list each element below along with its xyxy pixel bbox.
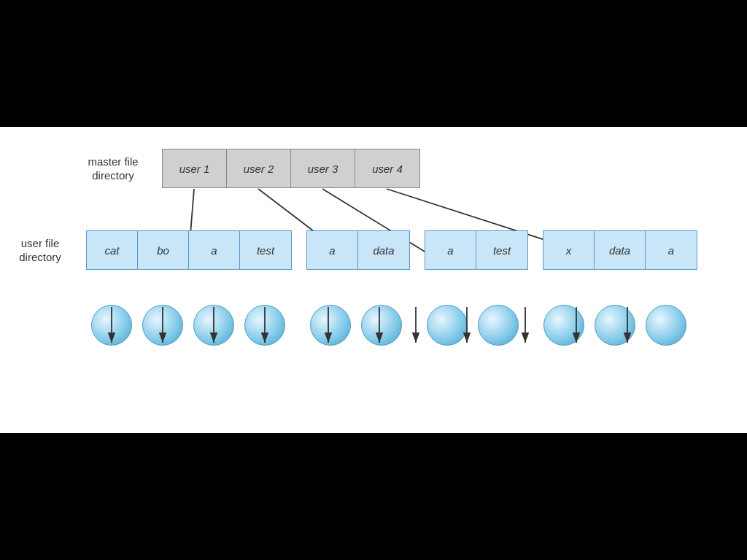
ufd-cell-data1: data [358,231,409,269]
mfd-cells: user 1 user 2 user 3 user 4 [162,149,420,188]
ufd-group-4: x data a [543,230,697,270]
ufd-group-2: a data [306,230,410,270]
ball-group-4 [538,305,692,346]
ufd-cell-x: x [543,231,595,269]
ball-2 [142,305,183,346]
diagram: master file directory user 1 user 2 user… [0,127,747,433]
ball-1 [91,305,132,346]
ball-group-1 [86,305,290,346]
ball-3 [193,305,234,346]
ball-8 [478,305,519,346]
ball-9 [543,305,584,346]
mfd-cell-user1: user 1 [163,149,227,187]
ufd-cell-data2: data [595,231,646,269]
ball-10 [595,305,635,346]
ufd-cell-test2: test [476,231,527,269]
ball-6 [361,305,402,346]
ufd-cell-cat: cat [87,231,138,269]
mfd-row: master file directory user 1 user 2 user… [73,149,420,188]
balls-row [86,305,692,346]
ufd-label: user filedirectory [0,236,80,265]
ball-group-2 [305,305,407,346]
ufd-cell-a1: a [189,231,240,269]
ufd-group-3: a test [425,230,528,270]
ufd-group-1: cat bo a test [86,230,292,270]
mfd-cell-user2: user 2 [227,149,291,187]
ufd-cell-test1: test [240,231,291,269]
ufd-row: user filedirectory cat bo a test a data … [0,230,697,270]
ball-4 [244,305,285,346]
ufd-groups: cat bo a test a data a test x data a [86,230,697,270]
ufd-cell-a3: a [425,231,476,269]
ball-7 [427,305,468,346]
mfd-cell-user3: user 3 [291,149,355,187]
mfd-cell-user4: user 4 [355,149,419,187]
mfd-label: master file directory [73,155,153,183]
ball-5 [310,305,351,346]
ball-group-3 [422,305,524,346]
ball-11 [646,305,686,346]
ufd-cell-a2: a [307,231,358,269]
ufd-cell-bo: bo [138,231,189,269]
ufd-cell-a4: a [646,231,697,269]
